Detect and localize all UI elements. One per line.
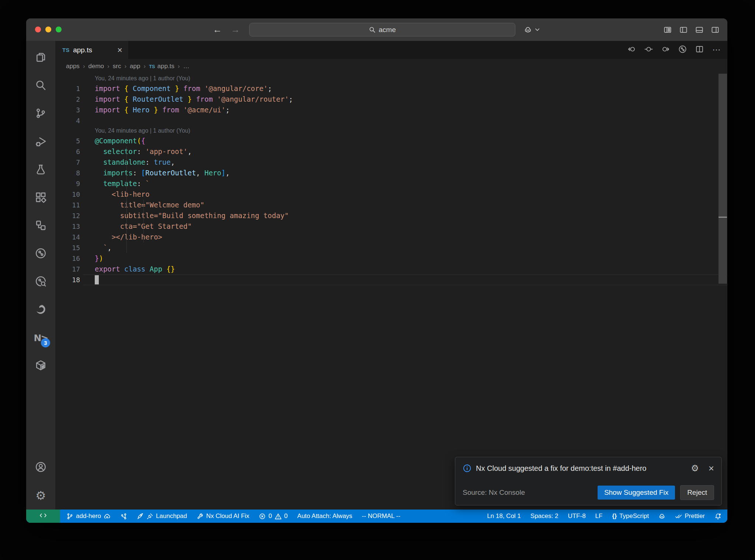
activity-item-source-control[interactable] (26, 100, 55, 128)
open-changes-forward-icon[interactable] (661, 45, 670, 55)
activity-item-custom-view[interactable] (26, 212, 55, 240)
statusbar-source-control-graph[interactable] (120, 513, 127, 520)
line-number: 10 (55, 189, 83, 200)
navigate-forward-button[interactable]: → (231, 24, 240, 35)
branch-icon (66, 513, 73, 520)
line-number: 18 (55, 274, 83, 285)
zoom-window-button[interactable] (56, 27, 62, 32)
double-check-icon (675, 513, 682, 520)
warning-icon (275, 513, 282, 520)
toggle-panel-icon[interactable] (695, 26, 703, 34)
blame-annotation: You, 24 minutes ago | 1 author (You) (55, 126, 727, 136)
statusbar-vim-mode[interactable]: -- NORMAL -- (362, 512, 400, 520)
line-content: template: ` (83, 178, 727, 189)
split-editor-icon[interactable] (695, 45, 704, 55)
statusbar-label: Auto Attach: Always (297, 512, 352, 520)
breadcrumb-item-demo[interactable]: demo (88, 63, 104, 70)
activity-item-edge-tools[interactable] (26, 296, 55, 324)
copilot-menu[interactable] (524, 18, 541, 41)
breadcrumb-item-src[interactable]: src (113, 63, 121, 70)
notification-close-icon[interactable]: × (709, 463, 714, 473)
activity-bar: N>3⚙ (26, 41, 55, 510)
activity-item-package-explorer[interactable] (26, 352, 55, 380)
cloud-up-icon (104, 513, 111, 520)
statusbar-nx-cloud-ai-fix[interactable]: Nx Cloud AI Fix (196, 512, 249, 520)
notification-settings-icon[interactable]: ⚙ (691, 463, 699, 473)
statusbar-notifications-bell[interactable] (714, 513, 721, 520)
statusbar-label: Nx Cloud AI Fix (206, 512, 249, 520)
rocket-icon (137, 513, 144, 520)
activity-item-run-and-debug[interactable] (26, 128, 55, 156)
activity-item-testing[interactable] (26, 156, 55, 184)
line-content: title="Welcmoe demo" (83, 200, 727, 210)
code-line-11: 11 title="Welcmoe demo" (55, 200, 727, 210)
close-window-button[interactable] (35, 27, 41, 32)
statusbar-problems[interactable]: 00 (259, 512, 288, 520)
code-line-8: 8 imports: [RouterOutlet, Hero], (55, 168, 727, 178)
code-line-1: 1import { Component } from '@angular/cor… (55, 83, 727, 94)
notification-toast: Nx Cloud suggested a fix for demo:test i… (455, 457, 722, 505)
code-line-10: 10 <lib-hero (55, 189, 727, 200)
tab-label: app.ts (73, 46, 92, 54)
breadcrumb-item-apps[interactable]: apps (66, 63, 80, 70)
activity-item-settings[interactable]: ⚙ (26, 482, 55, 510)
typescript-file-icon: TS (62, 47, 69, 53)
more-actions-icon[interactable]: ⋯ (712, 45, 721, 55)
breadcrumb-item-app-ts[interactable]: TSapp.ts (149, 63, 174, 70)
typescript-file-icon: TS (149, 64, 155, 69)
line-content: cta="Get Started" (83, 221, 727, 232)
show-suggested-fix-button[interactable]: Show Suggested Fix (598, 486, 675, 500)
debug-icon (35, 136, 46, 148)
close-tab-icon[interactable]: × (117, 46, 122, 55)
activity-item-gitlens[interactable] (26, 240, 55, 268)
statusbar-indentation[interactable]: Spaces: 2 (530, 512, 559, 520)
reject-button[interactable]: Reject (680, 485, 714, 500)
statusbar-copilot-status[interactable] (658, 513, 665, 520)
activity-item-search[interactable] (26, 72, 55, 100)
toggle-primary-sidebar-icon[interactable] (679, 26, 688, 34)
editor-actions: ⋯ (627, 41, 721, 59)
statusbar-encoding[interactable]: UTF-8 (568, 512, 585, 520)
activity-item-extensions[interactable] (26, 184, 55, 212)
scrollbar-thumb[interactable] (719, 74, 727, 284)
minimize-window-button[interactable] (45, 27, 51, 32)
line-number: 16 (55, 253, 83, 264)
commit-circle-icon (35, 248, 46, 260)
breadcrumb-item-app[interactable]: app (130, 63, 140, 70)
blame-annotation: You, 24 minutes ago | 1 author (You) (55, 74, 727, 83)
open-changes-back-icon[interactable] (627, 45, 636, 55)
customize-layout-icon[interactable] (664, 26, 672, 34)
statusbar-launchpad[interactable]: Launchpad (137, 512, 187, 520)
remote-indicator[interactable] (26, 510, 60, 523)
statusbar-git-branch-status[interactable]: add-hero (66, 512, 111, 520)
line-content (83, 274, 727, 285)
commit-details-icon[interactable] (644, 45, 653, 55)
line-content: import { Hero } from '@acme/ui'; (83, 105, 727, 115)
activity-item-nx-console[interactable]: N>3 (26, 324, 55, 352)
breadcrumb-item--[interactable]: … (183, 63, 189, 70)
statusbar-label: add-hero (76, 512, 101, 520)
activity-item-gitlens-inspect[interactable] (26, 268, 55, 296)
statusbar-language-mode[interactable]: {}TypeScript (612, 512, 649, 520)
statusbar-prettier[interactable]: Prettier (675, 512, 705, 520)
source-control-icon (35, 108, 46, 120)
statusbar-cursor-position[interactable]: Ln 18, Col 1 (487, 512, 521, 520)
activity-item-explorer[interactable] (26, 44, 55, 72)
activity-item-accounts[interactable] (26, 454, 55, 482)
indent-guide (143, 200, 144, 242)
breadcrumb-separator: › (178, 63, 180, 70)
statusbar-eol[interactable]: LF (595, 512, 603, 520)
navigate-back-button[interactable]: ← (213, 24, 222, 35)
tab-app-ts[interactable]: TS app.ts × (55, 41, 128, 59)
error-icon (259, 513, 266, 520)
statusbar-auto-attach[interactable]: Auto Attach: Always (297, 512, 352, 520)
source-control-graph-icon[interactable] (678, 45, 687, 55)
package-icon (35, 360, 46, 372)
toggle-secondary-sidebar-icon[interactable] (711, 26, 719, 34)
line-number: 7 (55, 157, 83, 168)
info-icon (463, 464, 472, 473)
braces-icon: {} (612, 513, 616, 519)
search-icon (369, 26, 376, 33)
command-center-search[interactable]: acme (249, 23, 515, 36)
code-editor[interactable]: You, 24 minutes ago | 1 author (You)1imp… (55, 74, 727, 510)
